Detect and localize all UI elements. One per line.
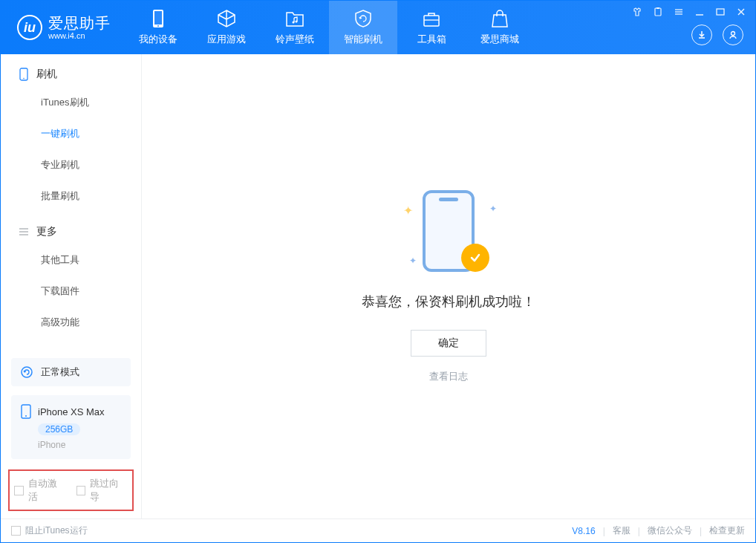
- checkbox-icon: [11, 526, 21, 536]
- sidebar: 刷机 iTunes刷机 一键刷机 专业刷机 批量刷机 更多 其他工具 下载固件 …: [1, 54, 142, 518]
- clipboard-icon[interactable]: [651, 5, 665, 19]
- svg-point-18: [23, 78, 25, 79]
- shirt-icon[interactable]: [630, 5, 644, 19]
- sidebar-item-advanced[interactable]: 高级功能: [1, 307, 141, 338]
- svg-point-3: [293, 22, 295, 24]
- user-button[interactable]: [723, 25, 743, 45]
- header: iu 爱思助手 www.i4.cn 我的设备 应用游戏 铃声壁纸 智能刷机 工具…: [1, 1, 755, 54]
- footer-link-wechat[interactable]: 微信公众号: [648, 524, 692, 537]
- view-log-link[interactable]: 查看日志: [429, 370, 468, 383]
- sparkle-icon: ✦: [403, 204, 413, 218]
- svg-point-4: [296, 21, 298, 23]
- sidebar-item-pro-flash[interactable]: 专业刷机: [1, 149, 141, 181]
- footer-link-support[interactable]: 客服: [613, 524, 630, 537]
- sidebar-item-other-tools[interactable]: 其他工具: [1, 244, 141, 276]
- app-title: 爱思助手: [48, 15, 111, 31]
- checkbox-icon: [76, 486, 86, 495]
- checkbox-icon: [14, 486, 24, 495]
- minimize-button[interactable]: [693, 5, 706, 19]
- checkbox-block-itunes[interactable]: 阻止iTunes运行: [11, 524, 88, 537]
- cube-icon: [217, 9, 236, 28]
- shield-refresh-icon: [353, 9, 373, 28]
- close-button[interactable]: [734, 5, 748, 19]
- sidebar-group-flash: 刷机: [1, 54, 141, 87]
- maximize-button[interactable]: [714, 5, 727, 19]
- svg-rect-5: [424, 16, 439, 26]
- storage-badge: 256GB: [38, 423, 80, 435]
- version-label: V8.16: [572, 526, 595, 536]
- device-card[interactable]: iPhone XS Max 256GB iPhone: [11, 395, 131, 459]
- phone-icon: [149, 9, 168, 28]
- checkbox-skip-guide[interactable]: 跳过向导: [76, 477, 128, 504]
- svg-point-2: [157, 25, 159, 27]
- svg-rect-8: [655, 8, 661, 16]
- sparkle-icon: ✦: [409, 256, 417, 266]
- device-name: iPhone XS Max: [38, 406, 105, 417]
- logo[interactable]: iu 爱思助手 www.i4.cn: [1, 15, 124, 40]
- music-folder-icon: [285, 9, 304, 28]
- window-controls: [630, 5, 748, 19]
- svg-rect-14: [717, 9, 724, 15]
- svg-rect-9: [656, 7, 659, 9]
- nav-tabs: 我的设备 应用游戏 铃声壁纸 智能刷机 工具箱 爱思商城: [124, 1, 534, 54]
- sidebar-item-batch-flash[interactable]: 批量刷机: [1, 181, 141, 212]
- tab-apps-games[interactable]: 应用游戏: [192, 1, 261, 54]
- ok-button[interactable]: 确定: [411, 330, 486, 357]
- tab-store[interactable]: 爱思商城: [466, 1, 534, 54]
- checkbox-auto-activate[interactable]: 自动激活: [14, 477, 66, 504]
- footer: 阻止iTunes运行 V8.16 | 客服 | 微信公众号 | 检查更新: [1, 518, 755, 542]
- mode-card[interactable]: 正常模式: [11, 358, 131, 386]
- main-content: ✦ ✦ ✦ 恭喜您，保资料刷机成功啦！ 确定 查看日志: [142, 54, 755, 518]
- logo-icon: iu: [17, 15, 42, 40]
- sidebar-item-download-firmware[interactable]: 下载固件: [1, 276, 141, 307]
- download-button[interactable]: [691, 25, 712, 45]
- highlighted-options: 自动激活 跳过向导: [8, 469, 134, 511]
- svg-point-22: [22, 367, 32, 377]
- tab-smart-flash[interactable]: 智能刷机: [329, 1, 397, 54]
- device-icon: [20, 404, 32, 419]
- check-badge-icon: [461, 244, 489, 272]
- device-type: iPhone: [38, 440, 65, 450]
- toolbox-icon: [422, 9, 441, 28]
- sparkle-icon: ✦: [489, 204, 497, 214]
- app-subtitle: www.i4.cn: [48, 31, 111, 40]
- sidebar-group-more: 更多: [1, 212, 141, 244]
- svg-point-7: [731, 32, 735, 36]
- tab-toolbox[interactable]: 工具箱: [397, 1, 466, 54]
- mode-label: 正常模式: [41, 365, 79, 379]
- success-illustration: ✦ ✦ ✦: [393, 190, 504, 279]
- menu-icon[interactable]: [672, 5, 685, 19]
- footer-link-update[interactable]: 检查更新: [709, 524, 745, 537]
- hamburger-icon: [19, 227, 29, 237]
- bag-icon: [490, 9, 509, 28]
- svg-rect-1: [154, 11, 162, 25]
- svg-point-24: [25, 415, 27, 417]
- tab-my-device[interactable]: 我的设备: [124, 1, 192, 54]
- header-actions: [691, 25, 743, 45]
- success-message: 恭喜您，保资料刷机成功啦！: [362, 293, 535, 310]
- refresh-icon: [20, 365, 33, 379]
- sidebar-item-onekey-flash[interactable]: 一键刷机: [1, 118, 141, 149]
- phone-outline-icon: [19, 68, 29, 81]
- tab-ringtones[interactable]: 铃声壁纸: [261, 1, 329, 54]
- sidebar-item-itunes-flash[interactable]: iTunes刷机: [1, 87, 141, 118]
